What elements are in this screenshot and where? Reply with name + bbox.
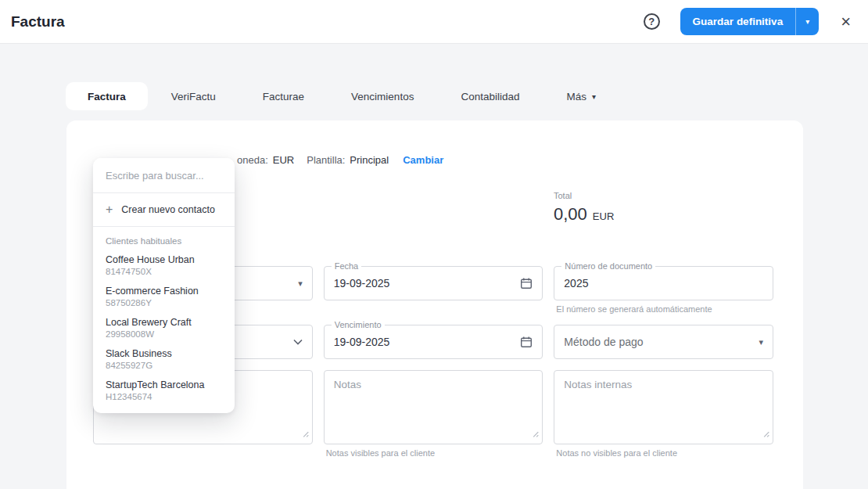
total-amount-row: 0,00 EUR — [554, 204, 773, 225]
panel-padding — [93, 407, 235, 413]
help-glyph: ? — [648, 16, 655, 27]
metodo-pago-placeholder: Método de pago — [564, 336, 643, 348]
client-name: Slack Business — [106, 347, 222, 360]
notas-internas-textarea-field[interactable]: Notas no visibles para el cliente — [554, 370, 773, 444]
template-value: Principal — [350, 154, 389, 166]
tab-contabilidad[interactable]: Contabilidad — [437, 82, 543, 110]
change-template-link[interactable]: Cambiar — [403, 154, 443, 166]
total-currency: EUR — [593, 210, 614, 222]
client-name: E-commerce Fashion — [106, 285, 222, 297]
total-amount: 0,00 — [554, 204, 587, 225]
total-block: Total 0,00 EUR — [554, 191, 773, 225]
invoice-card: oneda: EUR Plantilla: Principal Cambiar … — [66, 120, 803, 489]
tab-facturae[interactable]: Facturae — [239, 82, 328, 110]
calendar-icon[interactable] — [520, 336, 533, 348]
client-name: Coffee House Urban — [106, 253, 222, 266]
vencimiento-field[interactable]: Vencimiento — [324, 325, 543, 359]
clients-section-title: Clientes habituales — [93, 227, 235, 250]
fecha-input[interactable] — [334, 277, 521, 289]
metodo-pago-select[interactable]: Método de pago ▾ — [554, 325, 773, 359]
plus-icon: + — [106, 203, 113, 216]
client-id: 84255927G — [106, 360, 222, 372]
resize-handle-icon[interactable] — [301, 426, 309, 440]
tab-mas-label: Más — [566, 91, 586, 102]
caret-down-icon: ▾ — [805, 17, 809, 26]
fecha-label: Fecha — [332, 261, 362, 271]
fecha-field[interactable]: Fecha — [324, 266, 543, 300]
calendar-icon[interactable] — [520, 277, 533, 289]
tab-verifactu[interactable]: VeriFactu — [148, 82, 239, 110]
top-bar: Factura ? Guardar definitiva ▾ × — [0, 0, 868, 44]
numero-documento-label: Número de documento — [561, 261, 655, 271]
notas-textarea[interactable] — [334, 379, 533, 436]
save-button-group: Guardar definitiva ▾ — [680, 8, 820, 35]
notas-textarea-field[interactable]: Notas visibles para el cliente — [324, 370, 543, 444]
create-new-contact-button[interactable]: + Crear nuevo contacto — [93, 193, 235, 226]
create-new-contact-label: Crear nuevo contacto — [121, 204, 215, 215]
chevron-down-icon: ▾ — [592, 92, 596, 101]
notas-helper: Notas visibles para el cliente — [326, 448, 435, 458]
notas-internas-helper: Notas no visibles para el cliente — [556, 448, 677, 458]
select-arrow-icon: ▾ — [759, 337, 763, 347]
save-button[interactable]: Guardar definitiva — [680, 8, 796, 35]
page-title: Factura — [11, 13, 65, 31]
notas-internas-textarea[interactable] — [564, 379, 763, 436]
chevron-down-icon — [293, 339, 303, 345]
total-label: Total — [554, 191, 773, 200]
help-icon[interactable]: ? — [644, 13, 660, 30]
tab-mas[interactable]: Más ▾ — [543, 82, 619, 110]
client-id: 29958008W — [106, 329, 222, 340]
client-name: StartupTech Barcelona — [106, 379, 222, 391]
currency-meta: oneda: EUR — [237, 154, 294, 166]
resize-handle-icon[interactable] — [531, 426, 539, 440]
list-item[interactable]: Local Brewery Craft 29958008W — [93, 313, 235, 344]
client-id: H12345674 — [106, 391, 222, 403]
numero-documento-field[interactable]: Número de documento El número se generar… — [554, 266, 773, 300]
vencimiento-label: Vencimiento — [332, 320, 385, 330]
list-item[interactable]: E-commerce Fashion 58750286Y — [93, 282, 235, 313]
contact-search-dropdown: + Crear nuevo contacto Clientes habitual… — [93, 158, 235, 413]
list-item[interactable]: Coffee House Urban 81474750X — [93, 250, 235, 282]
template-meta: Plantilla: Principal — [307, 154, 389, 166]
close-icon[interactable]: × — [838, 13, 854, 31]
client-id: 58750286Y — [106, 297, 222, 309]
save-options-button[interactable]: ▾ — [795, 8, 819, 35]
tab-factura[interactable]: Factura — [66, 82, 148, 110]
client-name: Local Brewery Craft — [106, 316, 222, 329]
vencimiento-input[interactable] — [334, 336, 521, 348]
tab-vencimientos[interactable]: Vencimientos — [328, 82, 437, 110]
resize-handle-icon[interactable] — [762, 426, 769, 440]
contact-search-input[interactable] — [93, 158, 235, 192]
numero-documento-helper: El número se generará automáticamente — [556, 304, 712, 314]
list-item[interactable]: StartupTech Barcelona H12345674 — [93, 376, 235, 407]
currency-value: EUR — [273, 154, 294, 166]
template-label: Plantilla: — [307, 154, 345, 166]
tab-bar: Factura VeriFactu Facturae Vencimientos … — [66, 82, 868, 110]
client-id: 81474750X — [106, 266, 222, 278]
list-item[interactable]: Slack Business 84255927G — [93, 344, 235, 376]
numero-documento-input[interactable] — [564, 277, 763, 289]
currency-label: oneda: — [237, 154, 268, 166]
select-arrow-icon: ▾ — [298, 279, 303, 289]
